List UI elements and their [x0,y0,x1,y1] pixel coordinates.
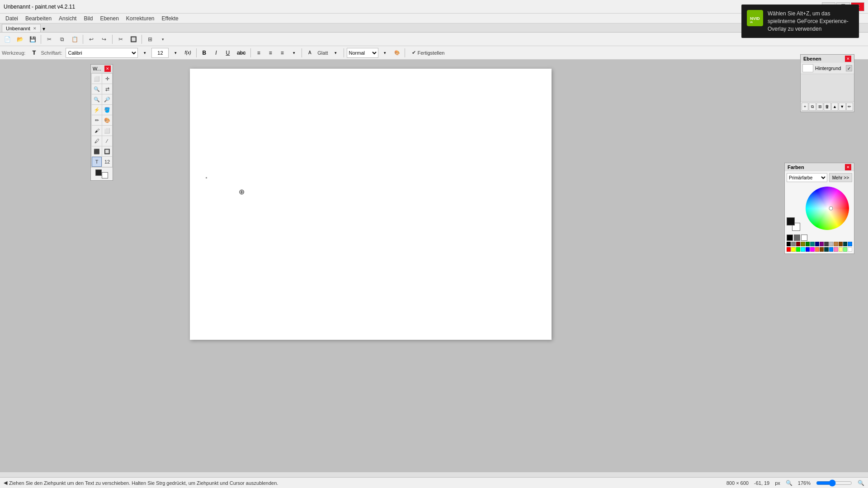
tab-unbenannt[interactable]: Unbenannt ✕ [2,24,41,32]
magic-wand-tool[interactable]: ⚡ [92,105,102,115]
palette-gray[interactable] [791,242,795,246]
toolbox-close-button[interactable]: ✕ [104,66,111,72]
blending-dropdown[interactable]: ▾ [380,48,390,58]
bold-button[interactable]: B [199,48,209,58]
menu-bearbeiten[interactable]: Bearbeiten [22,14,55,23]
palette-lightyellow[interactable] [839,247,843,252]
clone-tool[interactable]: 🔲 [102,146,112,156]
zoom-slider[interactable] [816,479,852,487]
layer-merge-btn[interactable]: ⊞ [816,103,823,111]
layer-delete-btn[interactable]: 🗑 [824,103,830,111]
palette-green[interactable] [806,242,810,246]
palette-blue[interactable] [806,247,810,252]
palette-yellow[interactable] [791,247,795,252]
zoom-alt-tool[interactable]: 🔎 [102,94,112,104]
rendering-dropdown[interactable]: ▾ [331,48,341,58]
palette-silver[interactable] [829,242,833,246]
palette-magenta[interactable] [810,247,814,252]
toolbox-bg-swatch[interactable] [102,172,108,178]
mehr-button[interactable]: Mehr >> [829,173,852,182]
palette-brown2[interactable] [820,247,824,252]
zoom-tool[interactable]: 🔍 [92,94,102,104]
canvas[interactable]: ⊕ [190,69,552,340]
color-wheel[interactable] [805,186,850,231]
lasso-tool[interactable]: 🔍 [92,84,102,94]
palette-lightgreen[interactable] [843,247,847,252]
crop-button[interactable]: ✂ [115,34,126,45]
redo-button[interactable]: ↪ [99,34,109,45]
copy-button[interactable]: ⧉ [57,34,67,45]
palette-lightblue[interactable] [848,242,852,246]
finalize-button[interactable]: ✔ Fertigstellen [408,48,449,58]
font-size-input[interactable] [151,48,169,58]
align-center-button[interactable]: ≡ [265,48,275,58]
tool-icon-btn[interactable]: T [29,48,39,58]
blending-select[interactable]: Normal [347,48,378,58]
palette-darkgreen[interactable] [843,242,847,246]
palette-skyblue[interactable] [829,247,833,252]
pen-tool[interactable]: 🖊 [92,136,102,146]
white-swatch[interactable] [801,235,807,241]
layer-prop-btn[interactable]: ✏ [846,103,853,111]
palette-olive[interactable] [801,242,805,246]
pencil-tool[interactable]: ✏ [92,115,102,125]
color-mode-btn[interactable]: 🎨 [392,48,402,58]
tab-arrow[interactable]: ▾ [42,26,45,32]
text-rendering-icon[interactable]: A [305,48,315,58]
eraser-tool[interactable]: ⬜ [102,126,112,136]
brush-tool[interactable]: 🖌 [92,126,102,136]
palette-navy[interactable] [815,242,819,246]
align-right-button[interactable]: ≡ [277,48,287,58]
text-tool[interactable]: T [92,157,102,167]
palette-white2[interactable] [848,247,852,252]
color-picker-tool[interactable]: 🪣 [102,105,112,115]
palette-darkbrown[interactable] [839,242,843,246]
align-dropdown[interactable]: ▾ [289,48,299,58]
palette-cyan[interactable] [801,247,805,252]
font-size-dropdown[interactable]: ▾ [170,48,180,58]
new-button[interactable]: 📄 [2,34,13,45]
number-tool[interactable]: 12 [102,157,112,167]
layer-visible-check[interactable]: ✓ [846,65,852,71]
cut-button[interactable]: ✂ [44,34,55,45]
palette-pink[interactable] [834,247,838,252]
color-type-select[interactable]: Primärfarbe Sekundärfarbe [787,173,827,182]
palette-black[interactable] [787,242,791,246]
palette-purple[interactable] [820,242,824,246]
underline-button[interactable]: U [223,48,233,58]
align-left-button[interactable]: ≡ [254,48,264,58]
move-tool[interactable]: ✛ [102,74,112,84]
fill-tool[interactable]: 🎨 [102,115,112,125]
canvas-wrapper[interactable]: ⊕ [181,60,868,477]
formula-btn[interactable]: f(x) [182,48,193,58]
paste-button[interactable]: 📋 [69,34,80,45]
palette-red[interactable] [787,247,791,252]
font-select[interactable]: Calibri [66,48,138,58]
tab-close-icon[interactable]: ✕ [33,26,37,31]
toolbox-fg-swatch[interactable] [95,169,102,176]
undo-button[interactable]: ↩ [86,34,97,45]
black-swatch[interactable] [787,235,793,241]
palette-lime[interactable] [796,247,800,252]
move-selection-tool[interactable]: ⇄ [102,84,112,94]
zoom-in-btn[interactable]: 🔍 [858,480,864,486]
layers-close-button[interactable]: ✕ [845,56,851,62]
scroll-left-btn[interactable]: ◀ [4,480,7,486]
italic-button[interactable]: I [211,48,221,58]
menu-ebenen[interactable]: Ebenen [96,14,122,23]
palette-maroon[interactable] [796,242,800,246]
layer-up-btn[interactable]: ▲ [831,103,838,111]
dropdown-btn[interactable]: ▾ [157,34,168,45]
toolbox-header[interactable]: W... ✕ [91,65,113,73]
fg-color-swatch[interactable] [787,217,795,225]
palette-darkgray[interactable] [824,242,828,246]
palette-teal2[interactable] [824,247,828,252]
menu-ansicht[interactable]: Ansicht [55,14,80,23]
palette-orange[interactable] [815,247,819,252]
strikethrough-button[interactable]: abc [235,48,248,58]
select-rect-tool[interactable]: ⬜ [92,74,102,84]
menu-effekte[interactable]: Effekte [158,14,182,23]
font-dropdown-btn[interactable]: ▾ [140,48,150,58]
resize-button[interactable]: 🔲 [128,34,139,45]
menu-korrekturen[interactable]: Korrekturen [123,14,158,23]
